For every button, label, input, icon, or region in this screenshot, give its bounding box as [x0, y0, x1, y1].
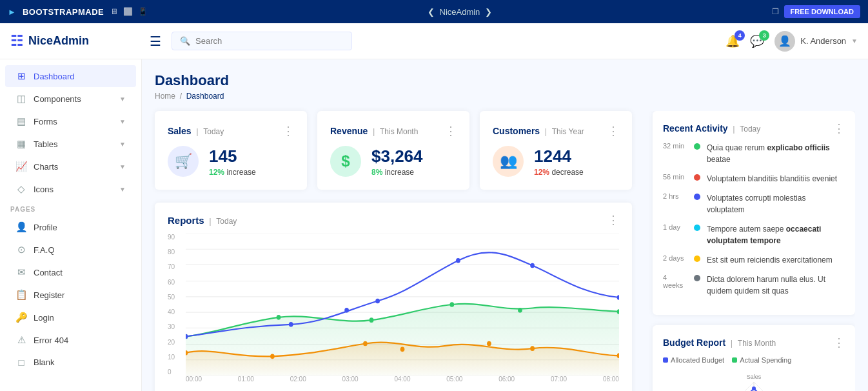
sidebar-item-contact[interactable]: ✉ Contact [5, 261, 136, 283]
content-grid: Sales | Today ⋮ 🛒 145 12% [155, 111, 855, 391]
breadcrumb: Home / Dashboard [155, 92, 855, 101]
charts-icon: 📈 [15, 161, 27, 172]
activity-item-5: 2 days Est sit eum reiciendis exercitati… [663, 254, 845, 266]
customers-card-menu[interactable]: ⋮ [607, 124, 619, 138]
breadcrumb-current: Dashboard [186, 92, 224, 101]
sidebar-label-tables: Tables [34, 139, 58, 149]
legend-actual: Actual Spending [732, 356, 791, 364]
budget-report-card: Budget Report | This Month ⋮ Allocated B… [653, 325, 855, 391]
sidebar-label-login: Login [34, 313, 54, 323]
forms-icon: ▤ [15, 115, 27, 127]
customers-card-subtitle: This Year [552, 127, 584, 136]
message-button[interactable]: 💬 3 [750, 34, 764, 48]
topbar-right: ❐ FREE DOWNLOAD [772, 5, 860, 18]
revenue-values: $3,264 8% increase [371, 146, 423, 177]
breadcrumb-home[interactable]: Home [155, 92, 175, 101]
activity-text-3: Voluptates corrupti molestias voluptatem [707, 192, 845, 216]
sidebar-label-components: Components [34, 94, 81, 104]
revenue-change-pct: 8% [371, 168, 382, 177]
activity-text-5: Est sit eum reiciendis exercitationem [707, 254, 833, 266]
chevron-left-icon: ❮ [428, 7, 435, 17]
revenue-change: 8% increase [371, 168, 423, 177]
y-axis-labels: 9080706050403020100 [168, 234, 186, 376]
search-icon: 🔍 [180, 36, 190, 46]
sidebar-item-icons[interactable]: ◇ Icons ▼ [5, 178, 136, 200]
activity-text-1: Quia quae rerum explicabo officiis beata… [707, 142, 845, 165]
mobile-icon: 📱 [138, 7, 148, 16]
icons-icon: ◇ [15, 183, 27, 195]
search-input[interactable] [195, 36, 344, 46]
customers-card-body: 👥 1244 12% decrease [493, 146, 619, 177]
main-header: ☷ NiceAdmin ☰ 🔍 🔔 4 💬 3 👤 K. Anderson ▼ [0, 23, 868, 59]
sidebar-label-blank: Blank [34, 357, 55, 367]
revenue-card-body: $ $3,264 8% increase [330, 146, 457, 177]
sales-card: Sales | Today ⋮ 🛒 145 12% [155, 111, 307, 190]
revenue-card: Revenue | This Month ⋮ $ $3,264 8 [317, 111, 469, 190]
reports-menu[interactable]: ⋮ [607, 213, 619, 227]
activity-dot-5 [694, 256, 700, 262]
sidebar-item-tables[interactable]: ▦ Tables ▼ [5, 133, 136, 155]
activity-item-4: 1 day Tempore autem saepe occaecati volu… [663, 223, 845, 246]
chevron-down-icon-charts: ▼ [119, 163, 126, 170]
sidebar-item-login[interactable]: 🔑 Login [5, 306, 136, 328]
customers-values: 1244 12% decrease [534, 146, 584, 177]
sidebar-item-profile[interactable]: 👤 Profile [5, 216, 136, 238]
svg-point-18 [277, 315, 281, 320]
dashboard-icon: ⊞ [15, 70, 27, 82]
legend-allocated: Allocated Budget [663, 356, 724, 364]
activity-dot-4 [694, 225, 700, 231]
budget-report-header: Budget Report | This Month ⋮ [663, 336, 845, 350]
svg-point-20 [449, 302, 454, 307]
sidebar-item-components[interactable]: ◫ Components ▼ [5, 88, 136, 110]
reports-card: Reports | Today ⋮ 9080706050403020100 [155, 203, 632, 391]
page-title: Dashboard [155, 72, 855, 89]
sidebar-label-forms: Forms [34, 117, 57, 126]
revenue-value: $3,264 [371, 146, 423, 166]
blank-icon: □ [15, 357, 27, 368]
sidebar-item-faq[interactable]: ⊙ F.A.Q [5, 239, 136, 261]
activity-dot-1 [694, 143, 700, 150]
cards-row: Sales | Today ⋮ 🛒 145 12% [155, 111, 632, 190]
svg-point-19 [370, 317, 374, 323]
topbar-app-name: NiceAdmin [440, 7, 480, 17]
sidebar-item-register[interactable]: 📋 Register [5, 284, 136, 306]
svg-point-25 [344, 308, 349, 313]
sales-change: 12% increase [209, 168, 256, 177]
recent-activity-menu[interactable]: ⋮ [833, 121, 845, 135]
chart-inner [186, 234, 619, 376]
sidebar-item-dashboard[interactable]: ⊞ Dashboard [5, 65, 136, 87]
sidebar: ⊞ Dashboard ◫ Components ▼ ▤ Forms ▼ ▦ T… [0, 59, 142, 391]
customers-icon: 👥 [493, 146, 524, 177]
sidebar-label-error404: Error 404 [34, 336, 68, 345]
recent-activity-subtitle: Today [740, 125, 760, 134]
sidebar-label-charts: Charts [34, 162, 58, 172]
budget-svg: Sales Marketing ministration [663, 369, 845, 391]
chevron-right-icon: ❯ [485, 7, 492, 17]
user-menu[interactable]: 👤 K. Anderson ▼ [774, 31, 858, 52]
svg-point-24 [289, 322, 293, 327]
activity-text-4: Tempore autem saepe occaecati voluptatem… [707, 223, 845, 246]
notification-button[interactable]: 🔔 4 [725, 34, 740, 48]
revenue-card-header: Revenue | This Month ⋮ [330, 124, 457, 138]
sales-card-body: 🛒 145 12% increase [168, 146, 294, 177]
budget-report-menu[interactable]: ⋮ [833, 336, 845, 350]
svg-point-27 [456, 258, 460, 263]
sales-card-menu[interactable]: ⋮ [282, 124, 294, 138]
sidebar-item-error404[interactable]: ⚠ Error 404 [5, 329, 136, 351]
sidebar-item-blank[interactable]: □ Blank [5, 352, 136, 373]
avatar: 👤 [774, 31, 795, 52]
sidebar-item-forms[interactable]: ▤ Forms ▼ [5, 110, 136, 132]
budget-report-subtitle: This Month [738, 339, 776, 348]
revenue-card-menu[interactable]: ⋮ [445, 124, 457, 138]
free-download-button[interactable]: FREE DOWNLOAD [784, 5, 860, 18]
menu-toggle-button[interactable]: ☰ [150, 34, 161, 49]
monitor-icon: 🖥 [110, 7, 118, 16]
chevron-down-icon-tables: ▼ [119, 141, 126, 148]
budget-legend: Allocated Budget Actual Spending [663, 356, 845, 364]
search-bar: 🔍 [172, 32, 352, 50]
svg-point-29 [617, 295, 619, 300]
revenue-card-title: Revenue [330, 126, 368, 136]
sidebar-item-charts[interactable]: 📈 Charts ▼ [5, 155, 136, 177]
customers-change-pct: 12% [534, 168, 549, 177]
sidebar-label-profile: Profile [34, 223, 57, 232]
